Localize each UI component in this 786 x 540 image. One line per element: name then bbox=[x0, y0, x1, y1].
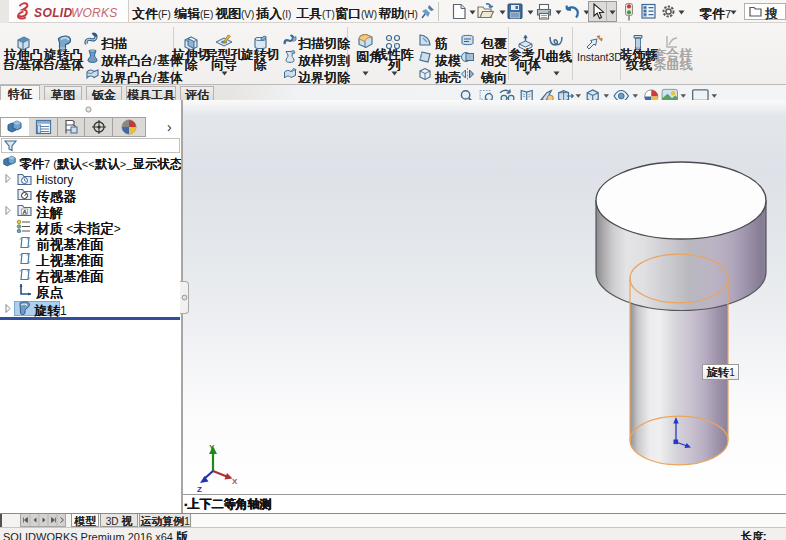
svg-text:X: X bbox=[232, 477, 238, 486]
svg-text:A: A bbox=[23, 209, 28, 215]
svg-text:Z: Z bbox=[197, 485, 202, 494]
svg-text:Y: Y bbox=[209, 443, 215, 452]
